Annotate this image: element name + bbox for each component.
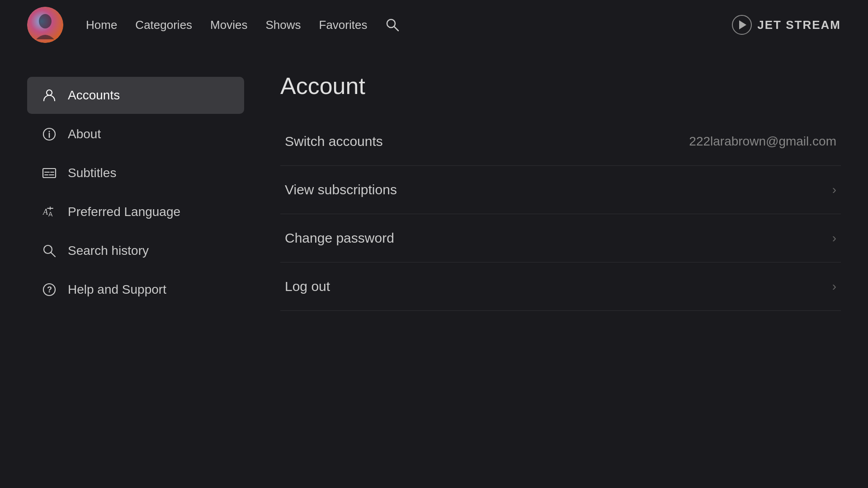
svg-point-1 — [39, 14, 52, 28]
nav-categories[interactable]: Categories — [135, 18, 192, 32]
change-password-option[interactable]: Change password › — [280, 214, 841, 263]
sidebar-label-help-support: Help and Support — [68, 282, 166, 297]
person-icon — [42, 88, 57, 103]
sidebar-label-subtitles: Subtitles — [68, 166, 116, 180]
sidebar-item-about[interactable]: About — [27, 116, 244, 153]
svg-line-18 — [51, 253, 55, 257]
brand-name: JET STREAM — [757, 18, 841, 32]
main-content: Accounts About — [0, 50, 868, 488]
svg-text:?: ? — [47, 285, 52, 294]
account-content: Account Switch accounts 222larabrown@gma… — [280, 68, 841, 470]
sidebar-item-subtitles[interactable]: Subtitles — [27, 155, 244, 192]
sidebar-item-preferred-language[interactable]: A A Preferred Language — [27, 193, 244, 230]
log-out-right: › — [832, 279, 836, 294]
svg-point-7 — [49, 131, 50, 132]
header-right: JET STREAM — [732, 15, 841, 35]
sidebar-item-search-history[interactable]: Search history — [27, 232, 244, 269]
info-icon — [42, 127, 57, 142]
log-out-option[interactable]: Log out › — [280, 263, 841, 311]
brand-logo: JET STREAM — [732, 15, 841, 35]
help-icon: ? — [42, 282, 57, 297]
switch-accounts-label: Switch accounts — [285, 134, 383, 149]
change-password-right: › — [832, 231, 836, 245]
chevron-right-icon: › — [832, 279, 836, 294]
svg-rect-8 — [43, 169, 56, 178]
sidebar-item-help-support[interactable]: ? Help and Support — [27, 271, 244, 308]
nav-home[interactable]: Home — [86, 18, 117, 32]
chevron-right-icon: › — [832, 231, 836, 245]
view-subscriptions-label: View subscriptions — [285, 182, 397, 197]
sidebar-label-accounts: Accounts — [68, 88, 120, 103]
play-icon — [732, 15, 752, 35]
sidebar-item-accounts[interactable]: Accounts — [27, 77, 244, 114]
nav-favorites[interactable]: Favorites — [319, 18, 368, 32]
search-history-icon — [42, 243, 57, 258]
nav-shows[interactable]: Shows — [265, 18, 301, 32]
nav-movies[interactable]: Movies — [210, 18, 247, 32]
account-title: Account — [280, 72, 841, 99]
translate-icon: A A — [42, 204, 57, 220]
svg-point-4 — [47, 90, 52, 95]
sidebar-label-preferred-language: Preferred Language — [68, 205, 180, 219]
logo-avatar[interactable] — [27, 7, 63, 43]
search-button[interactable] — [385, 18, 400, 32]
svg-line-3 — [394, 27, 398, 31]
view-subscriptions-option[interactable]: View subscriptions › — [280, 166, 841, 214]
subtitles-icon — [42, 165, 57, 181]
switch-accounts-email: 222larabrown@gmail.com — [689, 134, 836, 149]
sidebar-label-about: About — [68, 127, 101, 141]
header-left: Home Categories Movies Shows Favorites — [27, 7, 400, 43]
main-nav: Home Categories Movies Shows Favorites — [86, 18, 400, 32]
chevron-right-icon: › — [832, 183, 836, 197]
sidebar-label-search-history: Search history — [68, 244, 149, 258]
sidebar: Accounts About — [27, 68, 244, 470]
switch-accounts-option[interactable]: Switch accounts 222larabrown@gmail.com — [280, 117, 841, 166]
view-subscriptions-right: › — [832, 183, 836, 197]
switch-accounts-right: 222larabrown@gmail.com — [689, 134, 836, 149]
svg-text:A: A — [48, 211, 53, 218]
search-icon — [385, 18, 400, 32]
svg-text:A: A — [42, 207, 48, 216]
header: Home Categories Movies Shows Favorites J… — [0, 0, 868, 50]
log-out-label: Log out — [285, 279, 330, 294]
change-password-label: Change password — [285, 230, 394, 246]
